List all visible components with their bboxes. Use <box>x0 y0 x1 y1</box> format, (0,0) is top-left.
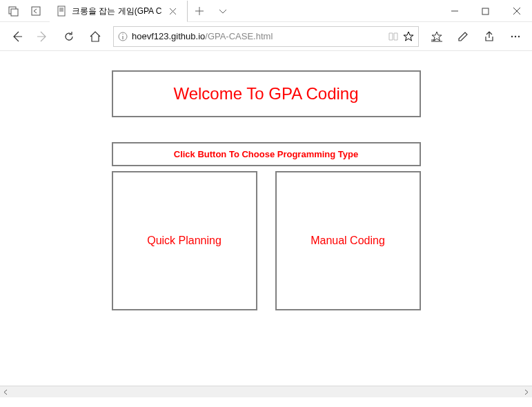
forward-button[interactable] <box>30 24 55 49</box>
option-row: Quick Planning Manual Coding <box>112 171 421 310</box>
url-text: hoevf123.github.io/GPA-CASE.html <box>132 31 384 41</box>
close-tab-button[interactable] <box>169 8 181 15</box>
subtitle-box: Click Button To Choose Programming Type <box>112 142 421 166</box>
url-path: /GPA-CASE.html <box>205 31 273 41</box>
share-button[interactable] <box>477 24 502 49</box>
page-title: Welcome To GPA Coding <box>119 84 414 103</box>
notes-button[interactable] <box>451 24 475 49</box>
maximize-button[interactable] <box>470 0 501 22</box>
page-content: Welcome To GPA Coding Click Button To Ch… <box>0 51 532 331</box>
option-right-label: Manual Coding <box>311 235 385 247</box>
scroll-left-arrow[interactable] <box>0 386 12 397</box>
svg-rect-2 <box>32 7 40 15</box>
browser-tab[interactable]: 크롱을 잡는 게임(GPA C <box>50 1 188 22</box>
favorite-icon[interactable] <box>403 31 414 42</box>
settings-more-button[interactable] <box>503 24 528 49</box>
reading-view-icon[interactable] <box>388 31 399 42</box>
titlebar-drag-area[interactable] <box>235 0 439 21</box>
option-left-label: Quick Planning <box>147 235 221 247</box>
minimize-button[interactable] <box>439 0 470 22</box>
svg-rect-4 <box>482 8 489 14</box>
svg-rect-1 <box>11 9 18 16</box>
svg-point-6 <box>511 35 513 37</box>
window-titlebar: 크롱을 잡는 게임(GPA C <box>0 0 532 22</box>
page-viewport: Welcome To GPA Coding Click Button To Ch… <box>0 51 532 397</box>
url-domain: hoevf123.github.io <box>132 31 205 41</box>
new-tab-button[interactable] <box>188 0 211 21</box>
favorites-hub-button[interactable] <box>424 24 449 49</box>
site-info-icon[interactable] <box>118 32 128 41</box>
svg-point-7 <box>515 35 516 37</box>
page-icon <box>57 6 68 17</box>
address-bar[interactable]: hoevf123.github.io/GPA-CASE.html <box>113 26 419 47</box>
tab-preview-toggle[interactable] <box>211 0 235 21</box>
horizontal-scrollbar[interactable] <box>0 386 532 397</box>
recent-activities-button[interactable] <box>3 0 25 22</box>
subtitle-text: Click Button To Choose Programming Type <box>174 149 358 159</box>
tab-title: 크롱을 잡는 게임(GPA C <box>72 6 165 17</box>
tab-actions <box>0 0 50 21</box>
back-button[interactable] <box>4 24 29 49</box>
title-box: Welcome To GPA Coding <box>112 70 421 117</box>
close-window-button[interactable] <box>501 0 532 22</box>
manual-coding-button[interactable]: Manual Coding <box>275 171 421 310</box>
scroll-right-arrow[interactable] <box>520 386 532 397</box>
set-aside-tabs-button[interactable] <box>25 0 47 22</box>
browser-toolbar: hoevf123.github.io/GPA-CASE.html <box>0 22 532 51</box>
svg-point-8 <box>518 35 520 37</box>
window-controls <box>439 0 532 21</box>
home-button[interactable] <box>83 24 108 49</box>
refresh-button[interactable] <box>57 24 81 49</box>
quick-planning-button[interactable]: Quick Planning <box>112 171 257 310</box>
